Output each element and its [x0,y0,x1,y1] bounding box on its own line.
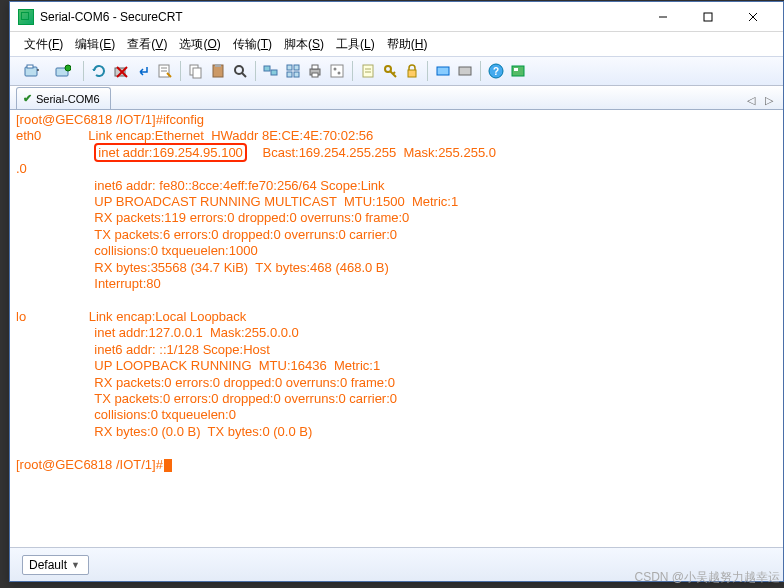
svg-rect-17 [215,64,221,67]
svg-rect-27 [312,65,318,69]
tool-toggle2-icon[interactable] [455,61,475,81]
terminal-output[interactable]: [root@GEC6818 /IOT/1]#ifconfig eth0 Link… [10,110,783,540]
svg-rect-34 [408,70,416,77]
svg-point-30 [334,68,337,71]
svg-rect-32 [363,65,373,77]
tool-securecrt-icon[interactable] [508,61,528,81]
watermark: CSDN @小吴越努力越幸运 [634,569,780,586]
svg-point-7 [65,65,71,71]
svg-rect-24 [294,65,299,70]
status-profile[interactable]: Default ▼ [22,555,89,575]
menu-view[interactable]: 查看(V) [121,34,173,55]
tool-reconnect-icon[interactable] [89,61,109,81]
menu-script[interactable]: 脚本(S) [278,34,330,55]
status-profile-label: Default [29,558,67,572]
tool-print-icon[interactable] [305,61,325,81]
tool-properties-icon[interactable] [155,61,175,81]
menu-tools[interactable]: 工具(L) [330,34,381,55]
tool-toggle1-icon[interactable] [433,61,453,81]
svg-rect-20 [264,66,270,71]
menu-file[interactable]: 文件(F) [18,34,69,55]
menubar: 文件(F) 编辑(E) 查看(V) 选项(O) 传输(T) 脚本(S) 工具(L… [10,32,783,56]
tool-quick-connect-icon[interactable] [16,61,46,81]
minimize-button[interactable] [640,2,685,31]
svg-rect-29 [331,65,343,77]
window-title: Serial-COM6 - SecureCRT [40,10,182,24]
toolbar-separator [255,61,256,81]
menu-options[interactable]: 选项(O) [173,34,226,55]
tool-help-icon[interactable]: ? [486,61,506,81]
toolbar-separator [352,61,353,81]
tab-strip: ✔ Serial-COM6 ◁ ▷ [10,86,783,110]
app-window: Serial-COM6 - SecureCRT 文件(F) 编辑(E) 查看(V… [9,1,784,582]
svg-rect-36 [459,67,471,75]
highlighted-ip: inet addr:169.254.95.100 [94,143,247,162]
toolbar: ? [10,56,783,86]
close-button[interactable] [730,2,775,31]
svg-rect-15 [193,68,201,78]
tab-nav: ◁ ▷ [743,94,777,109]
connected-icon: ✔ [23,92,32,105]
svg-rect-40 [514,68,518,71]
titlebar[interactable]: Serial-COM6 - SecureCRT [10,2,783,32]
tool-find-icon[interactable] [230,61,250,81]
tool-paste-icon[interactable] [208,61,228,81]
tool-enter-icon[interactable] [133,61,153,81]
maximize-button[interactable] [685,2,730,31]
svg-rect-23 [287,72,292,77]
tool-hosts-icon[interactable] [261,61,281,81]
tool-disconnect-icon[interactable] [111,61,131,81]
window-buttons [640,2,775,31]
tab-prev-icon[interactable]: ◁ [743,94,759,107]
dropdown-icon: ▼ [71,560,80,570]
svg-rect-28 [312,73,318,77]
menu-edit[interactable]: 编辑(E) [69,34,121,55]
svg-rect-35 [437,67,449,75]
toolbar-separator [83,61,84,81]
svg-rect-5 [27,65,33,68]
svg-text:?: ? [493,66,499,77]
svg-rect-21 [271,70,277,75]
svg-point-18 [235,66,243,74]
session-tab[interactable]: ✔ Serial-COM6 [16,87,111,109]
menu-transfer[interactable]: 传输(T) [227,34,278,55]
cursor [164,459,172,472]
tool-script-icon[interactable] [358,61,378,81]
svg-point-31 [338,72,341,75]
menu-help[interactable]: 帮助(H) [381,34,434,55]
toolbar-separator [180,61,181,81]
svg-rect-1 [704,13,712,21]
tool-copy-icon[interactable] [186,61,206,81]
toolbar-separator [427,61,428,81]
tool-options-icon[interactable] [327,61,347,81]
app-icon [18,9,34,25]
svg-rect-22 [287,65,292,70]
toolbar-separator [480,61,481,81]
svg-line-19 [242,73,246,77]
tool-connect-icon[interactable] [48,61,78,81]
tool-lock-icon[interactable] [402,61,422,81]
tool-sessions-icon[interactable] [283,61,303,81]
svg-rect-25 [294,72,299,77]
tab-label: Serial-COM6 [36,93,100,105]
tab-next-icon[interactable]: ▷ [761,94,777,107]
tool-key-icon[interactable] [380,61,400,81]
